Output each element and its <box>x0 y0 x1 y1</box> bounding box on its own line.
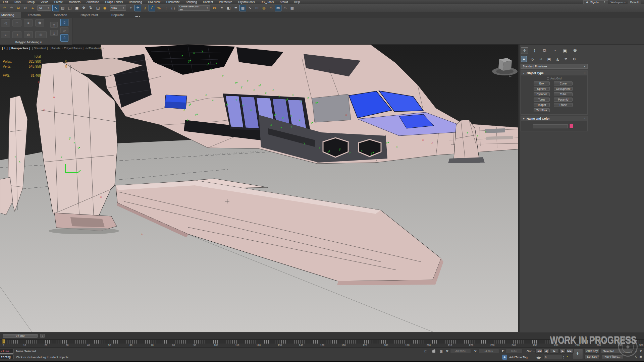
select-and-place-icon[interactable]: ◉ <box>102 5 108 11</box>
modify-tab[interactable]: ⌇ <box>531 47 538 54</box>
viewport-label-segment-4[interactable]: <<Disabled>> <box>86 47 104 50</box>
key-filters-button[interactable]: Key Filters... <box>602 355 623 359</box>
polygon-modeling-caption[interactable]: Polygon Modeling ▾ <box>0 41 57 44</box>
rectangular-selection-icon[interactable]: ⬚ <box>66 5 73 11</box>
time-slider-handle[interactable]: 0 / 300 <box>3 334 38 338</box>
systems-category[interactable]: ⚙ <box>571 56 577 62</box>
menu-rendering[interactable]: Rendering <box>126 0 145 4</box>
select-and-manipulate-icon[interactable]: ✛ <box>135 5 141 11</box>
ribbon-tab-selection[interactable]: Selection <box>47 12 74 18</box>
ribbon-toggle-icon[interactable]: ▦ <box>239 5 246 11</box>
display-tab[interactable]: ▣ <box>561 47 569 54</box>
ribbon-tool-button[interactable]: ◠ <box>12 19 21 26</box>
object-type-header[interactable]: ▼ Object Type ⁙ <box>521 71 587 75</box>
plane-button[interactable]: Plane <box>554 103 573 107</box>
object-name-field[interactable] <box>533 124 568 128</box>
teapot-button[interactable]: Teapot <box>534 103 550 107</box>
sign-in-button[interactable]: ☻ Sign In ▼ <box>583 0 608 4</box>
material-editor-icon[interactable]: ◍ <box>261 5 267 11</box>
menu-customize[interactable]: Customize <box>163 0 183 4</box>
key-mode-icon[interactable]: ⚿ <box>597 355 599 358</box>
selection-set-dropdown[interactable]: Create Selection Se▼ <box>178 5 210 11</box>
viewport-label-segment-2[interactable]: [ Standard ] <box>32 47 48 50</box>
motion-tab[interactable]: ◔ <box>551 47 558 54</box>
previous-frame-button[interactable]: ◀| <box>543 349 549 354</box>
workspace-value[interactable]: Default <box>628 0 641 4</box>
y-coordinate-field[interactable]: -4.76m <box>478 349 499 353</box>
shapes-category[interactable]: ◇ <box>529 56 535 62</box>
ribbon-tool-button[interactable]: ⊓ <box>50 22 58 28</box>
layer-explorer-icon[interactable]: ≣ <box>232 5 239 11</box>
menu-civil-view[interactable]: Civil View <box>145 0 163 4</box>
frame-field-spinner[interactable]: ▲▼ <box>562 355 565 359</box>
menu-graph-editors[interactable]: Graph Editors <box>102 0 125 4</box>
go-to-start-button[interactable]: |◀◀ <box>535 349 543 354</box>
maxscript-listener-line[interactable]: tering <box>0 355 13 359</box>
object-color-swatch[interactable] <box>569 124 573 128</box>
pyramid-button[interactable]: Pyramid <box>554 98 573 102</box>
ribbon-tool-button-active[interactable]: ▯ <box>60 19 68 26</box>
menu-create[interactable]: Create <box>51 0 66 4</box>
current-frame-marker[interactable]: 0 <box>2 339 5 344</box>
menu-crymaxtools[interactable]: CryMaxTools <box>235 0 258 4</box>
create-tab[interactable]: ✛ <box>521 47 528 54</box>
ribbon-tool-button[interactable]: ⊔ <box>50 30 58 36</box>
select-object-icon[interactable]: ↖ <box>52 5 59 11</box>
menu-arnold[interactable]: Arnold <box>277 0 291 4</box>
percent-snap-icon[interactable]: % <box>156 5 162 11</box>
named-selection-sets-icon[interactable]: { } <box>170 5 176 11</box>
selection-filter-dropdown[interactable]: All▼ <box>37 5 51 11</box>
torus-button[interactable]: Torus <box>534 98 550 102</box>
menu-modifiers[interactable]: Modifiers <box>66 0 83 4</box>
next-frame-button[interactable]: |▶ <box>559 349 566 354</box>
menu-rsi-tools[interactable]: RSI_Tools <box>258 0 277 4</box>
viewport-label-segment-0[interactable]: [ + ] <box>2 47 7 50</box>
ribbon-tool-button[interactable]: ◁ <box>1 19 10 26</box>
spacewarps-category[interactable]: ≋ <box>563 56 569 62</box>
selection-lock-icon[interactable] <box>431 348 436 353</box>
play-button[interactable]: ▶ <box>550 349 559 354</box>
redo-icon[interactable]: ↷ <box>8 5 15 11</box>
menu-help[interactable]: Help <box>291 0 303 4</box>
align-icon[interactable]: ≡ <box>218 5 225 11</box>
frame-spinner-arrows-icon[interactable]: ◀▶ <box>535 355 542 360</box>
menu-scripting[interactable]: Scripting <box>183 0 200 4</box>
add-time-tag-icon[interactable]: ◈ <box>502 355 507 360</box>
ribbon-tab-object-paint[interactable]: Object Paint <box>74 12 105 18</box>
unlink-selection-icon[interactable]: ⧄ <box>22 5 29 11</box>
add-time-tag-label[interactable]: Add Time Tag <box>509 356 528 359</box>
bind-to-space-warp-icon[interactable]: ≈ <box>29 5 36 11</box>
next-frame-arrow[interactable]: > <box>40 334 45 338</box>
menu-content[interactable]: Content <box>200 0 216 4</box>
window-crossing-icon[interactable]: ▣ <box>73 5 80 11</box>
viewport-label-segment-3[interactable]: [ Facets + Edged Faces ] <box>50 47 83 50</box>
set-keys-button[interactable]: + <box>572 349 583 359</box>
helpers-category[interactable]: ◮ <box>554 56 560 62</box>
menu-group[interactable]: Group <box>24 0 38 4</box>
select-and-rotate-icon[interactable]: ↻ <box>88 5 94 11</box>
schematic-view-icon[interactable]: ⊞ <box>254 5 260 11</box>
time-configuration-icon[interactable]: ◔ <box>566 355 569 359</box>
go-to-end-button[interactable]: ▶▶| <box>566 349 574 354</box>
menu-views[interactable]: Views <box>38 0 51 4</box>
curve-editor-icon[interactable]: ∿ <box>247 5 253 11</box>
snaps-toggle-icon[interactable]: 3 <box>142 5 148 11</box>
ribbon-tool-button[interactable]: ■ <box>24 19 33 26</box>
geometry-category[interactable]: ● <box>521 56 527 62</box>
menu-tools[interactable]: Tools <box>11 0 24 4</box>
ribbon-tool-button[interactable]: ▱ <box>60 27 68 33</box>
menu-interactive[interactable]: Interactive <box>216 0 235 4</box>
render-setup-icon[interactable]: ♨ <box>268 5 274 11</box>
isolate-selection-icon[interactable]: ⬚ <box>423 349 428 354</box>
perspective-viewport[interactable]: zxyzxyzxyzxyzxyzxyzxyzxyzxyzxyzxyzxyzxyz… <box>0 45 518 332</box>
pan-viewport-icon[interactable]: ✥ <box>639 349 643 353</box>
cone-button[interactable]: Cone <box>554 81 573 85</box>
cylinder-button[interactable]: Cylinder <box>534 92 550 96</box>
z-coordinate-field[interactable]: 0.0m <box>506 349 523 353</box>
menu-edit[interactable]: Edit <box>0 0 11 4</box>
lights-category[interactable]: ⌾ <box>538 56 544 62</box>
textplus-button[interactable]: TextPlus <box>534 108 550 112</box>
primitive-category-dropdown[interactable]: Standard Primitives ▼ <box>521 64 588 69</box>
rendered-frame-icon[interactable]: ▭ <box>275 5 281 11</box>
absolute-mode-icon[interactable]: ⊞ <box>439 349 444 354</box>
